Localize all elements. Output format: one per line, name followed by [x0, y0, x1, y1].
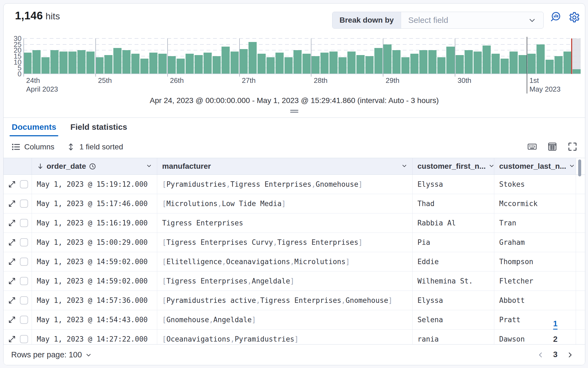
- histogram-bar[interactable]: [158, 54, 166, 74]
- expand-row-icon[interactable]: [8, 258, 16, 266]
- histogram-bar[interactable]: [222, 47, 230, 74]
- next-page-button[interactable]: [563, 347, 577, 363]
- histogram-bar[interactable]: [563, 52, 572, 74]
- histogram-bar[interactable]: [311, 56, 320, 74]
- column-header-customer-first-name[interactable]: customer_first_n...: [413, 158, 494, 174]
- histogram-bar[interactable]: [302, 54, 311, 74]
- histogram-bar[interactable]: [140, 59, 148, 74]
- histogram-bar[interactable]: [383, 44, 392, 74]
- column-header-manufacturer[interactable]: manufacturer: [157, 158, 413, 174]
- vertical-scrollbar[interactable]: [578, 159, 581, 176]
- previous-page-button[interactable]: [533, 347, 548, 363]
- histogram-bar[interactable]: [131, 54, 140, 74]
- histogram-bar[interactable]: [410, 54, 419, 74]
- keyboard-shortcuts-icon[interactable]: [527, 142, 537, 152]
- histogram-bar[interactable]: [257, 54, 266, 74]
- histogram-bar[interactable]: [347, 52, 356, 74]
- histogram-bar[interactable]: [59, 52, 68, 74]
- histogram-bar[interactable]: [365, 56, 374, 74]
- fullscreen-icon[interactable]: [568, 142, 577, 152]
- histogram-bar[interactable]: [510, 52, 518, 74]
- histogram-bar[interactable]: [77, 50, 86, 74]
- histogram-bar[interactable]: [177, 59, 185, 74]
- histogram-bar[interactable]: [240, 49, 248, 74]
- histogram-bar[interactable]: [248, 42, 257, 74]
- histogram-bar[interactable]: [356, 55, 365, 74]
- histogram-bar[interactable]: [528, 54, 536, 74]
- page-button-4[interactable]: 4: [548, 363, 563, 366]
- expand-row-icon[interactable]: [8, 219, 16, 227]
- row-checkbox[interactable]: [20, 200, 28, 208]
- histogram-bar[interactable]: [122, 50, 131, 74]
- histogram-bar[interactable]: [329, 52, 338, 74]
- histogram-bar[interactable]: [104, 55, 113, 74]
- histogram-bar[interactable]: [401, 57, 410, 74]
- column-header-customer-last-name[interactable]: customer_last_n...: [494, 158, 576, 174]
- histogram-bar[interactable]: [32, 50, 41, 74]
- rows-per-page-button[interactable]: Rows per page: 100: [11, 350, 92, 359]
- histogram-bar[interactable]: [186, 54, 194, 74]
- row-checkbox[interactable]: [20, 277, 28, 285]
- histogram-bar[interactable]: [204, 53, 212, 74]
- histogram-bar[interactable]: [275, 53, 284, 74]
- expand-row-icon[interactable]: [8, 277, 16, 285]
- expand-row-icon[interactable]: [8, 180, 16, 188]
- row-checkbox[interactable]: [20, 180, 28, 188]
- histogram-bar[interactable]: [149, 53, 157, 74]
- histogram-bar[interactable]: [374, 48, 383, 74]
- tab-documents[interactable]: Documents: [12, 118, 56, 136]
- histogram-bar[interactable]: [446, 47, 454, 74]
- row-checkbox[interactable]: [20, 296, 28, 304]
- histogram-bar[interactable]: [113, 48, 122, 74]
- histogram-bar[interactable]: [519, 55, 527, 74]
- histogram-bar[interactable]: [41, 57, 50, 74]
- histogram-bar[interactable]: [231, 52, 239, 74]
- histogram-bar[interactable]: [168, 56, 176, 74]
- columns-button[interactable]: Columns: [11, 142, 54, 152]
- histogram-bar[interactable]: [474, 52, 482, 74]
- histogram-bar[interactable]: [284, 57, 293, 74]
- histogram-bar[interactable]: [501, 59, 509, 74]
- sorted-fields-button[interactable]: 1 field sorted: [66, 142, 123, 152]
- histogram-bar[interactable]: [483, 46, 491, 74]
- histogram-bar[interactable]: [572, 69, 581, 74]
- histogram-bar[interactable]: [320, 53, 329, 74]
- expand-row-icon[interactable]: [8, 296, 16, 304]
- row-checkbox[interactable]: [20, 258, 28, 266]
- histogram-bar[interactable]: [86, 52, 95, 74]
- histogram-bar[interactable]: [293, 50, 302, 74]
- column-header-order-date[interactable]: order_date: [32, 158, 157, 174]
- histogram-bar[interactable]: [428, 50, 437, 74]
- expand-row-icon[interactable]: [8, 316, 16, 324]
- row-checkbox[interactable]: [20, 219, 28, 227]
- histogram-bar[interactable]: [465, 50, 473, 74]
- resize-handle[interactable]: [290, 109, 298, 114]
- page-button-1[interactable]: 1: [548, 317, 563, 332]
- histogram-bar[interactable]: [456, 55, 464, 74]
- histogram-bar[interactable]: [545, 60, 554, 74]
- tab-field-statistics[interactable]: Field statistics: [70, 118, 127, 136]
- page-button-2[interactable]: 2: [548, 332, 563, 347]
- expand-row-icon[interactable]: [8, 200, 16, 208]
- row-checkbox[interactable]: [20, 335, 28, 343]
- histogram-bar[interactable]: [492, 54, 500, 74]
- histogram-bar[interactable]: [554, 56, 563, 74]
- row-checkbox[interactable]: [20, 316, 28, 324]
- histogram-bar[interactable]: [392, 50, 401, 74]
- expand-row-icon[interactable]: [8, 335, 16, 343]
- histogram-bar[interactable]: [23, 53, 32, 74]
- histogram-bar[interactable]: [195, 55, 203, 74]
- histogram-bar[interactable]: [50, 50, 59, 74]
- display-options-icon[interactable]: [547, 142, 557, 152]
- histogram-bar[interactable]: [68, 52, 77, 74]
- expand-row-icon[interactable]: [8, 238, 16, 246]
- histogram-bar[interactable]: [266, 57, 275, 74]
- row-checkbox[interactable]: [20, 238, 28, 246]
- histogram-bar[interactable]: [95, 57, 104, 74]
- histogram-bar[interactable]: [537, 44, 545, 74]
- histogram-bar[interactable]: [419, 50, 428, 74]
- histogram-bar[interactable]: [437, 57, 445, 74]
- histogram-bar[interactable]: [213, 56, 221, 74]
- page-button-3[interactable]: 3: [548, 347, 563, 363]
- histogram-bar[interactable]: [338, 57, 347, 74]
